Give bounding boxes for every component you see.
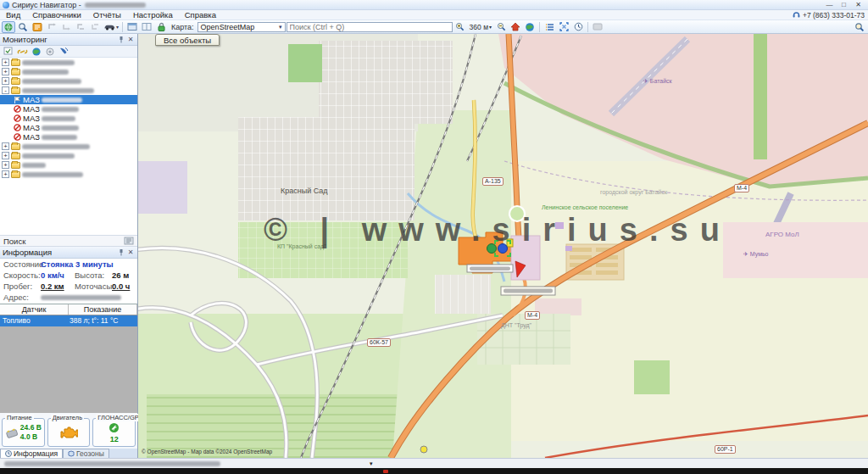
call-icon[interactable] [58, 47, 69, 56]
find-on-map-button[interactable] [853, 21, 866, 33]
folder-icon [11, 87, 20, 94]
pin-icon[interactable] [118, 36, 126, 43]
tree-row[interactable]: МАЗ [0, 132, 137, 142]
tab-information[interactable]: Информация [0, 449, 63, 458]
tree-row[interactable]: МАЗ [0, 95, 137, 104]
tree-search-bar[interactable]: Поиск [0, 235, 137, 247]
map-provider-select[interactable]: OpenStreetMap ▾ [198, 22, 286, 32]
tree-expand-toggle[interactable]: + [2, 142, 9, 150]
noentry-icon [14, 105, 21, 113]
zoom-in-button[interactable] [453, 21, 467, 33]
minimize-button[interactable]: — [822, 0, 837, 9]
sensor-column-header[interactable]: Датчик [0, 304, 69, 315]
menu-item[interactable]: Настройка [127, 10, 179, 20]
route-tool-1-button[interactable] [45, 21, 58, 33]
route-tool-3-button[interactable] [74, 21, 87, 33]
close-panel-icon[interactable]: ✕ [126, 248, 135, 256]
tree-expand-toggle[interactable]: - [2, 86, 9, 94]
filter-icon[interactable] [124, 237, 134, 245]
tree-row[interactable]: + [0, 76, 137, 86]
alt-value: 26 м [112, 270, 129, 280]
tree-row[interactable]: + [0, 142, 137, 151]
disabled-tool-button[interactable] [591, 21, 604, 33]
map-select-label: Карта: [169, 23, 197, 31]
settings-icon[interactable] [45, 47, 55, 57]
main-content: Мониторинг ✕ +++-МАЗМАЗМАЗМАЗМАЗ++++ Пои… [0, 34, 868, 458]
global-search-input[interactable] [287, 22, 453, 32]
history-button[interactable] [571, 21, 585, 33]
tree-row[interactable]: + [0, 67, 137, 76]
fit-corners-icon [559, 22, 569, 31]
globe-small-icon[interactable] [31, 47, 42, 57]
tree-expand-toggle[interactable]: + [2, 161, 9, 169]
sensor-value: 388 л; t°: 11 °C [70, 315, 137, 326]
sensor-row[interactable]: Топливо388 л; t°: 11 °C [0, 315, 137, 326]
list-icon [545, 23, 554, 31]
tree-expand-toggle[interactable]: + [2, 59, 9, 66]
route-tool-2-button[interactable] [59, 21, 73, 33]
search-tool-button[interactable] [16, 21, 30, 33]
folder-icon [11, 143, 20, 150]
world-view-button[interactable] [523, 21, 537, 33]
maximize-button[interactable]: □ [837, 0, 851, 9]
app-logo-icon [3, 2, 9, 8]
events-button[interactable] [31, 21, 44, 33]
map-canvas[interactable]: Все объекты © | www.sirius.su ✈ БатайскК… [138, 34, 868, 458]
lock-button[interactable] [154, 21, 168, 33]
tree-expand-toggle[interactable]: + [2, 68, 9, 75]
menu-item[interactable]: Отчёты [87, 10, 127, 20]
sensor-column-header[interactable]: Показание [69, 304, 137, 315]
hours-value[interactable]: 0.0 ч [112, 282, 130, 291]
menu-item[interactable]: Справка [179, 10, 222, 20]
map-scale-value: 360 м [470, 23, 488, 31]
tree-expand-toggle[interactable]: + [2, 170, 9, 178]
object-list-button[interactable] [542, 21, 556, 33]
panel-layout-1-button[interactable] [125, 21, 139, 33]
route-tool-4-button[interactable] [88, 21, 102, 33]
home-view-button[interactable] [509, 21, 522, 33]
pin-icon[interactable] [118, 248, 126, 256]
tree-row[interactable]: + [0, 151, 137, 160]
globe-icon [525, 22, 535, 32]
close-panel-icon[interactable]: ✕ [126, 36, 135, 43]
map-scale-select[interactable]: 360 м ▾ [468, 23, 493, 31]
tree-row[interactable]: - [0, 86, 137, 95]
select-objects-icon[interactable] [3, 47, 14, 56]
gps-gauge: ГЛОНАСС/GPS 12 [92, 418, 136, 447]
tree-row-redacted [42, 125, 79, 131]
map-attribution: © OpenStreetMap - Map data ©2024 OpenStr… [142, 449, 272, 454]
route-icon-disabled [62, 22, 71, 31]
tree-expand-toggle[interactable]: + [2, 152, 9, 159]
track-mode-button[interactable] [2, 21, 15, 33]
status-bar: ▾ [0, 458, 868, 468]
all-objects-button[interactable]: Все объекты [155, 34, 220, 46]
tree-row[interactable]: + [0, 58, 137, 67]
menu-item[interactable]: Справочники [26, 10, 87, 20]
vehicle-menu-button[interactable]: ▾ [103, 21, 120, 33]
sensor-table: ДатчикПоказание Топливо388 л; t°: 11 °C [0, 304, 137, 413]
status-caret-icon[interactable]: ▾ [370, 460, 373, 467]
link-icon[interactable] [17, 47, 28, 56]
mileage-value[interactable]: 0.2 км [41, 282, 73, 291]
window-title: Сириус Навигатор - [12, 1, 81, 9]
flag-icon [14, 96, 21, 104]
noentry-icon [14, 133, 21, 141]
road-shield-label: М-4 [734, 184, 749, 192]
fit-extent-button[interactable] [557, 21, 570, 33]
tree-row[interactable]: + [0, 160, 137, 170]
tree-row[interactable]: МАЗ [0, 123, 137, 132]
battery-icon [5, 427, 19, 438]
close-button[interactable]: ✕ [851, 0, 865, 9]
menu-item[interactable]: Вид [0, 10, 26, 20]
address-label: Адрес: [3, 293, 41, 302]
tree-row[interactable]: МАЗ [0, 114, 137, 123]
tree-expand-toggle[interactable]: + [2, 77, 9, 85]
panel-layout-2-button[interactable] [140, 21, 153, 33]
tree-row[interactable]: + [0, 170, 137, 179]
map-place-label: Красный Сад [281, 187, 328, 195]
zoom-out-button[interactable] [494, 21, 508, 33]
tree-row-label: МАЗ [23, 114, 40, 123]
tab-geozones[interactable]: Геозоны [63, 449, 109, 458]
tree-row[interactable]: МАЗ [0, 104, 137, 114]
hours-label: Моточасы: [75, 282, 112, 291]
